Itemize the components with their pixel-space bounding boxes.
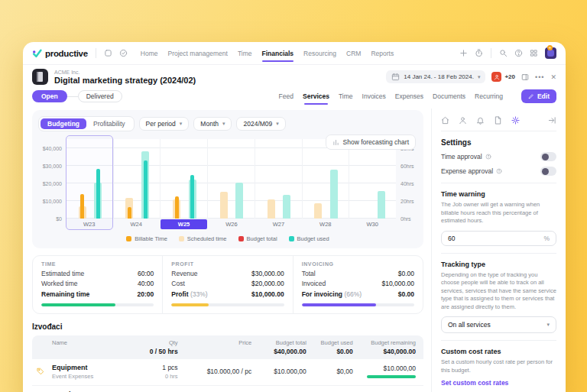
- week-label-w27[interactable]: W27: [255, 219, 302, 229]
- company-name: ACME Inc.: [54, 70, 196, 75]
- date-range-label: 14 Jan 24. - 18 Feb 2024.: [404, 73, 474, 80]
- tracking-type-select[interactable]: On all services ▾: [441, 316, 556, 333]
- tracking-type-desc: Depending on the type of tracking you ch…: [441, 271, 556, 312]
- chart-bar: [220, 192, 228, 219]
- week-label-w28[interactable]: W28: [302, 219, 349, 229]
- tab-expenses[interactable]: Expenses: [395, 89, 423, 103]
- search-icon[interactable]: [499, 49, 508, 57]
- col-header-total: $40,000.00: [353, 348, 416, 355]
- view-segmented-control: BudgetingProfitability: [38, 116, 135, 131]
- divider: [441, 340, 556, 341]
- summary-row-note: (33%): [189, 290, 208, 298]
- summary-card-time: TIMEEstimated time60:00Worked time40:00R…: [33, 256, 162, 313]
- legend-swatch: [238, 236, 244, 241]
- nav-item-reports[interactable]: Reports: [371, 43, 394, 64]
- budget-total-cell: $10.000,00: [251, 368, 306, 375]
- avatar-plus-badge: +: [547, 45, 553, 50]
- nav-item-time[interactable]: Time: [238, 43, 252, 64]
- divider: [96, 48, 96, 58]
- more-options-icon[interactable]: •••: [535, 73, 544, 81]
- legend-item-scheduled-time: Scheduled time: [179, 235, 227, 242]
- home-icon[interactable]: [441, 116, 449, 125]
- summary-row-value: $10,000.00: [381, 280, 414, 287]
- edit-button[interactable]: Edit: [521, 89, 556, 103]
- week-label-w26[interactable]: W26: [208, 219, 255, 229]
- time-warning-input[interactable]: [448, 235, 509, 242]
- date-range-picker[interactable]: 14 Jan 24. - 18 Feb 2024. ▾: [386, 70, 485, 83]
- nav-item-project-management[interactable]: Project management: [167, 43, 227, 64]
- timer-icon[interactable]: [475, 49, 483, 57]
- dropdown-month[interactable]: Month▾: [193, 117, 232, 131]
- status-delivered-pill[interactable]: Delivered: [78, 90, 122, 102]
- add-icon[interactable]: [459, 49, 468, 57]
- assignee-avatar[interactable]: [491, 72, 501, 82]
- col-header-total: 0 / 50 hrs: [137, 348, 178, 355]
- apps-icon[interactable]: [104, 49, 112, 57]
- nav-item-financials[interactable]: Financials: [262, 43, 294, 64]
- custom-cost-rates-title: Custom cost rates: [441, 348, 556, 355]
- legend-item-budget-total: Budget total: [238, 235, 277, 242]
- week-label-w25[interactable]: W25: [161, 219, 207, 229]
- toggle-switch-expense-approval[interactable]: [540, 167, 556, 176]
- summary-row-value: $0.00: [398, 270, 414, 277]
- summary-card-title: INVOICING: [302, 261, 414, 267]
- y-tick-money: $20,000: [43, 181, 62, 186]
- budget-tabs-list: FeedServicesTimeInvoicesExpensesDocument…: [279, 89, 503, 103]
- productive-logo[interactable]: productive: [32, 48, 88, 58]
- close-icon[interactable]: ✕: [550, 73, 556, 81]
- document-icon[interactable]: [494, 116, 502, 125]
- summary-card-title: TIME: [41, 261, 154, 267]
- view-tab-profitability[interactable]: Profitability: [86, 118, 132, 129]
- week-label-w24[interactable]: W24: [112, 219, 159, 229]
- col-header-budget-total: Budget total$40,000.00: [251, 339, 306, 355]
- table-row[interactable]: EquipmentEvent Expenses1 pcs0 hrs$10.000…: [32, 359, 423, 386]
- tab-recurring[interactable]: Recurring: [475, 89, 503, 103]
- table-row[interactable]: PeopleEvent Expenses1 pcs0 hrs$20.000,00…: [32, 386, 423, 392]
- week-label-w30[interactable]: W30: [349, 219, 396, 229]
- toggle-switch-time-approval[interactable]: [540, 152, 556, 161]
- summary-row-value: $0.00: [398, 290, 414, 298]
- chart-plot: [66, 139, 396, 219]
- toggle-sidebar-icon[interactable]: [521, 73, 529, 81]
- dropdown-label: Month: [200, 120, 219, 128]
- nav-item-crm[interactable]: CRM: [346, 43, 361, 64]
- approvals-icon[interactable]: [119, 49, 128, 57]
- chart-controls: BudgetingProfitability Per period▾Month▾…: [38, 116, 417, 131]
- col-header-label: Budget used: [306, 339, 353, 346]
- person-icon[interactable]: [459, 116, 467, 125]
- main-area: BudgetingProfitability Per period▾Month▾…: [23, 109, 566, 392]
- services-table: NameQty0 / 50 hrsPriceBudget total$40,00…: [32, 335, 423, 392]
- tab-invoices[interactable]: Invoices: [362, 89, 386, 103]
- set-custom-cost-rates-link[interactable]: Set custom cost rates: [441, 379, 556, 387]
- y-tick-hours: 60hrs: [401, 164, 414, 169]
- primary-nav: HomeProject managementTimeFinancialsReso…: [141, 43, 394, 64]
- view-tab-budgeting[interactable]: Budgeting: [41, 118, 86, 129]
- chart-column-w23: [66, 139, 113, 219]
- col-header-label: Budget remaining: [353, 339, 416, 346]
- tab-feed[interactable]: Feed: [279, 89, 294, 103]
- help-icon[interactable]: [514, 49, 523, 57]
- time-warning-desc: The Job owner will get a warning when bi…: [441, 201, 556, 225]
- show-forecasting-chart-button[interactable]: Show forecasting chart: [326, 134, 416, 150]
- status-open-pill[interactable]: Open: [32, 90, 67, 102]
- col-header-label: Budget total: [251, 339, 306, 346]
- progress-bar: [302, 303, 414, 306]
- y-tick-hours: 20hrs: [401, 199, 414, 204]
- collapse-panel-icon[interactable]: [548, 116, 556, 125]
- summary-row-label: Cost: [171, 280, 184, 287]
- tab-services[interactable]: Services: [303, 89, 329, 103]
- dropdown-per-period[interactable]: Per period▾: [139, 117, 190, 131]
- week-label-w23[interactable]: W23: [66, 219, 112, 229]
- summary-row: Estimated time60:00: [41, 270, 154, 277]
- user-avatar[interactable]: +: [545, 47, 556, 59]
- settings-gear-icon[interactable]: [511, 116, 520, 125]
- tab-time[interactable]: Time: [339, 89, 353, 103]
- toggle-row-expense-approval: Expense approval: [441, 167, 556, 176]
- bell-icon[interactable]: [476, 116, 485, 125]
- grid-menu-icon[interactable]: [530, 49, 538, 57]
- qty-hours: 0 hrs: [137, 373, 178, 380]
- dropdown-2024-m09[interactable]: 2024/M09▾: [236, 117, 285, 131]
- tab-documents[interactable]: Documents: [433, 89, 465, 103]
- nav-item-home[interactable]: Home: [141, 43, 158, 64]
- nav-item-resourcing[interactable]: Resourcing: [303, 43, 336, 64]
